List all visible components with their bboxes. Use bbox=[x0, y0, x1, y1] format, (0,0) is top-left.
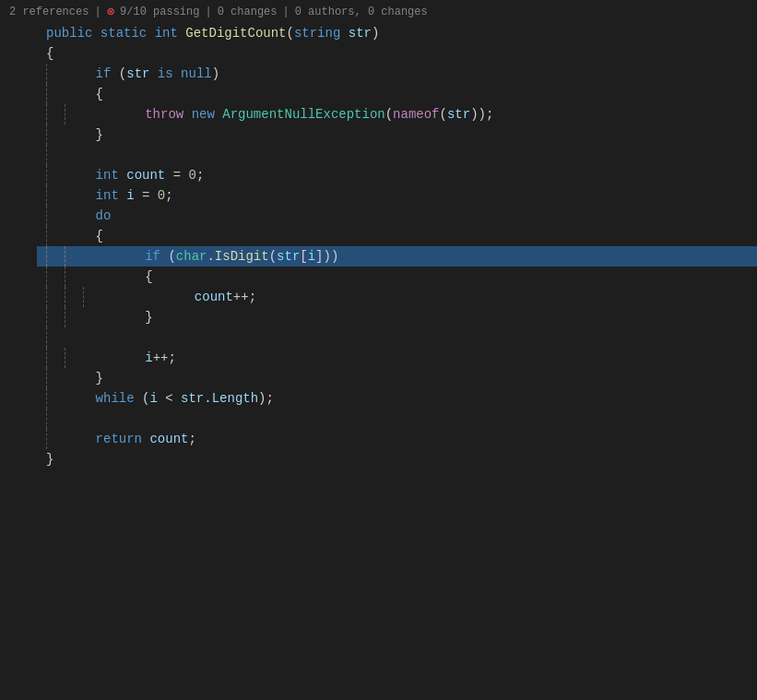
meta-bar: 2 references | ⊗ 9/10 passing | 0 change… bbox=[0, 0, 757, 23]
kw-char: char bbox=[176, 246, 207, 267]
code-lines: public static int GetDigitCount(string s… bbox=[0, 23, 757, 469]
code-line-empty-1 bbox=[37, 145, 757, 165]
line-content: if (str is null) bbox=[37, 64, 757, 84]
line-content: int i = 0; bbox=[37, 185, 757, 206]
code-line-int-i: int i = 0; bbox=[37, 185, 757, 206]
var-i: i bbox=[126, 185, 134, 206]
line-content: } bbox=[37, 368, 757, 388]
line-content: while (i < str.Length); bbox=[37, 388, 757, 409]
var-i2: i bbox=[308, 246, 315, 267]
separator3: | bbox=[283, 6, 290, 18]
kw-do: do bbox=[96, 206, 112, 226]
var-i-inc: i bbox=[145, 348, 152, 368]
passing-text: 9/10 passing bbox=[120, 6, 199, 18]
var-str3: str bbox=[277, 246, 300, 267]
var-count: count bbox=[126, 165, 165, 185]
kw-public: public bbox=[46, 23, 92, 43]
var-str4: str bbox=[181, 388, 204, 409]
line-content: { bbox=[37, 43, 757, 64]
var-str2: str bbox=[447, 104, 470, 125]
var-count-ret: count bbox=[149, 429, 188, 449]
code-line-open-brace-1: { bbox=[37, 43, 757, 64]
code-line-int-count: int count = 0; bbox=[37, 165, 757, 185]
exception-type: ArgumentNullException bbox=[222, 104, 384, 125]
code-line-close-brace-3: } bbox=[37, 368, 757, 388]
separator2: | bbox=[205, 6, 211, 18]
kw-is: is bbox=[158, 64, 173, 84]
line-content: { bbox=[37, 84, 757, 104]
num-zero-2: 0 bbox=[158, 185, 165, 206]
changes-text: 0 changes bbox=[218, 6, 278, 18]
var-count-inc: count bbox=[195, 287, 233, 307]
code-line-i-inc: i++; bbox=[37, 348, 757, 368]
kw-null: null bbox=[181, 64, 212, 84]
line-content: return count; bbox=[37, 429, 757, 449]
code-line-throw: throw new ArgumentNullException(nameof(s… bbox=[37, 104, 757, 125]
kw-while: while bbox=[96, 388, 135, 409]
code-line-while: while (i < str.Length); bbox=[37, 388, 757, 409]
code-line-if-isdigit: if (char.IsDigit(str[i])) bbox=[37, 246, 757, 267]
code-line-return: return count; bbox=[37, 429, 757, 449]
code-line-open-brace-2: { bbox=[37, 84, 757, 104]
var-str1: str bbox=[126, 64, 149, 84]
kw-if2: if bbox=[145, 246, 160, 267]
kw-static: static bbox=[101, 23, 147, 43]
code-line-signature: public static int GetDigitCount(string s… bbox=[37, 23, 757, 43]
prop-length: Length bbox=[212, 388, 258, 409]
code-editor: 2 references | ⊗ 9/10 passing | 0 change… bbox=[0, 0, 757, 700]
kw-if1: if bbox=[96, 64, 112, 84]
line-content: } bbox=[37, 449, 757, 469]
kw-int-return: int bbox=[155, 23, 178, 43]
line-content bbox=[37, 327, 757, 348]
code-line-open-brace-3: { bbox=[37, 226, 757, 246]
code-line-empty-3 bbox=[37, 409, 757, 429]
line-content: } bbox=[37, 307, 757, 327]
code-line-count-inc: count++; bbox=[37, 287, 757, 307]
line-content: count++; bbox=[37, 287, 757, 307]
num-zero-1: 0 bbox=[188, 165, 195, 185]
line-content bbox=[37, 145, 757, 165]
code-line-do: do bbox=[37, 206, 757, 226]
line-content: { bbox=[37, 226, 757, 246]
kw-int-count: int bbox=[96, 165, 119, 185]
kw-throw: throw bbox=[145, 104, 183, 125]
kw-return: return bbox=[96, 429, 142, 449]
code-line-close-brace-final: } bbox=[37, 449, 757, 469]
references-text: 2 references bbox=[9, 6, 89, 18]
line-content: public static int GetDigitCount(string s… bbox=[37, 23, 757, 43]
kw-new: new bbox=[192, 104, 215, 125]
line-content: if (char.IsDigit(str[i])) bbox=[37, 246, 757, 267]
code-line-if-null: if (str is null) bbox=[37, 64, 757, 84]
code-line-empty-2 bbox=[37, 327, 757, 348]
line-content: } bbox=[37, 125, 757, 145]
param-str: str bbox=[349, 23, 372, 43]
open-brace: { bbox=[46, 43, 53, 64]
line-content: throw new ArgumentNullException(nameof(s… bbox=[37, 104, 757, 125]
code-line-close-brace-2: } bbox=[37, 307, 757, 327]
line-content: do bbox=[37, 206, 757, 226]
kw-string: string bbox=[294, 23, 340, 43]
var-i3: i bbox=[149, 388, 157, 409]
kw-int-i: int bbox=[96, 185, 119, 206]
kw-nameof: nameof bbox=[393, 104, 439, 125]
line-content bbox=[37, 409, 757, 429]
error-icon: ⊗ bbox=[107, 4, 114, 19]
code-line-close-brace-1: } bbox=[37, 125, 757, 145]
line-content: int count = 0; bbox=[37, 165, 757, 185]
line-content: i++; bbox=[37, 348, 757, 368]
method-isdigit: IsDigit bbox=[215, 246, 269, 267]
separator1: | bbox=[94, 6, 101, 18]
method-name: GetDigitCount bbox=[185, 23, 286, 43]
code-line-open-brace-4: { bbox=[37, 267, 757, 287]
authors-text: 0 authors, 0 changes bbox=[295, 6, 428, 18]
line-content: { bbox=[37, 267, 757, 287]
